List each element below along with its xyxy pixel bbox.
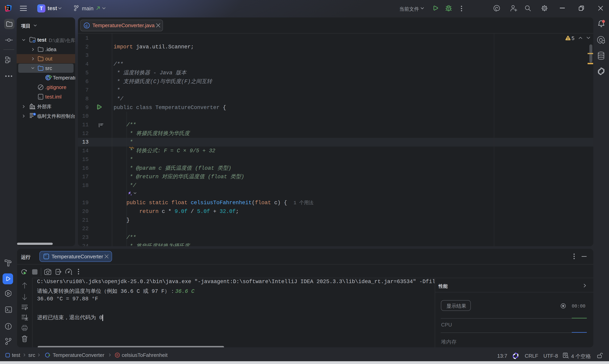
svg-text:C: C: [85, 24, 88, 28]
svg-text:IJ: IJ: [7, 7, 9, 9]
